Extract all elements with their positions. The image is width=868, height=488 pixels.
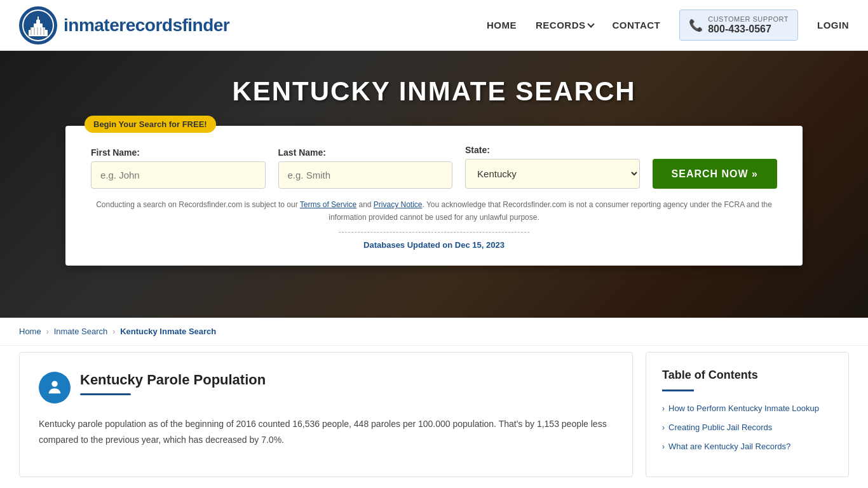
toc-item-label-1: Creating Public Jail Records bbox=[668, 422, 772, 433]
state-select[interactable]: Kentucky Alabama Alaska Arizona Arkansas… bbox=[465, 159, 640, 189]
article-icon bbox=[39, 372, 71, 403]
search-form-row: First Name: Last Name: State: Kentucky A… bbox=[91, 145, 777, 189]
first-name-label: First Name: bbox=[91, 147, 266, 158]
svg-rect-7 bbox=[34, 27, 35, 35]
hero-title: KENTUCKY INMATE SEARCH bbox=[232, 76, 635, 107]
logo-area: inmaterecordsfinder bbox=[19, 6, 229, 44]
toc-divider bbox=[662, 390, 694, 391]
svg-rect-5 bbox=[37, 17, 39, 20]
search-box: Begin Your Search for FREE! First Name: … bbox=[65, 126, 803, 266]
header: inmaterecordsfinder HOME RECORDS CONTACT… bbox=[0, 0, 868, 51]
logo-text: inmaterecordsfinder bbox=[64, 15, 229, 36]
records-chevron-icon bbox=[587, 20, 594, 27]
breadcrumb-inmate-search[interactable]: Inmate Search bbox=[54, 327, 108, 336]
divider bbox=[339, 232, 529, 233]
svg-rect-4 bbox=[36, 20, 40, 25]
free-search-badge: Begin Your Search for FREE! bbox=[85, 116, 216, 133]
support-info: CUSTOMER SUPPORT 800-433-0567 bbox=[708, 15, 789, 35]
toc-item-label-0: How to Perform Kentucky Inmate Lookup bbox=[668, 403, 819, 414]
db-updated-date: Dec 15, 2023 bbox=[455, 240, 505, 250]
nav-records[interactable]: RECORDS bbox=[536, 20, 593, 30]
title-underline bbox=[80, 393, 131, 395]
search-now-button[interactable]: SEARCH NOW » bbox=[653, 159, 777, 189]
toc-item-0[interactable]: › How to Perform Kentucky Inmate Lookup bbox=[662, 403, 832, 414]
support-number: 800-433-0567 bbox=[708, 24, 789, 35]
toc-title: Table of Contents bbox=[662, 369, 832, 382]
nav-login[interactable]: LOGIN bbox=[817, 20, 849, 30]
disclaimer-text: Conducting a search on Recordsfinder.com… bbox=[91, 198, 777, 224]
logo-bold: finder bbox=[182, 15, 229, 35]
last-name-input[interactable] bbox=[278, 161, 453, 189]
db-updated: Databases Updated on Dec 15, 2023 bbox=[91, 240, 777, 250]
toc-item-1[interactable]: › Creating Public Jail Records bbox=[662, 422, 832, 433]
last-name-label: Last Name: bbox=[278, 147, 453, 158]
main-nav: HOME RECORDS CONTACT 📞 CUSTOMER SUPPORT … bbox=[487, 10, 849, 41]
hero-section: KENTUCKY INMATE SEARCH Begin Your Search… bbox=[0, 51, 868, 318]
breadcrumb-home[interactable]: Home bbox=[19, 327, 41, 336]
article-title-block: Kentucky Parole Population bbox=[80, 372, 613, 395]
logo-icon bbox=[19, 6, 57, 44]
main-content: Kentucky Parole Population Kentucky paro… bbox=[19, 352, 633, 477]
toc-item-2[interactable]: › What are Kentucky Jail Records? bbox=[662, 441, 832, 452]
phone-icon: 📞 bbox=[689, 18, 703, 32]
privacy-link[interactable]: Privacy Notice bbox=[374, 200, 423, 209]
breadcrumb-current: Kentucky Inmate Search bbox=[120, 327, 216, 336]
state-label: State: bbox=[465, 145, 640, 155]
content-area: Kentucky Parole Population Kentucky paro… bbox=[0, 352, 868, 477]
db-updated-label: Databases Updated on bbox=[363, 240, 452, 250]
toc-item-label-2: What are Kentucky Jail Records? bbox=[668, 441, 790, 452]
nav-home[interactable]: HOME bbox=[487, 20, 517, 30]
sidebar: Table of Contents › How to Perform Kentu… bbox=[646, 352, 849, 477]
article-body: Kentucky parole population as of the beg… bbox=[39, 416, 613, 448]
support-label: CUSTOMER SUPPORT bbox=[708, 15, 789, 24]
svg-rect-10 bbox=[43, 27, 44, 35]
customer-support: 📞 CUSTOMER SUPPORT 800-433-0567 bbox=[679, 10, 798, 41]
svg-rect-8 bbox=[37, 27, 38, 35]
person-icon bbox=[46, 379, 64, 396]
breadcrumb-sep-1: › bbox=[46, 327, 49, 336]
tos-link[interactable]: Terms of Service bbox=[300, 200, 356, 209]
first-name-group: First Name: bbox=[91, 147, 266, 189]
svg-rect-9 bbox=[40, 27, 41, 35]
article-title: Kentucky Parole Population bbox=[80, 372, 613, 388]
breadcrumb: Home › Inmate Search › Kentucky Inmate S… bbox=[0, 318, 868, 346]
toc-chevron-icon-0: › bbox=[662, 403, 665, 414]
toc-list: › How to Perform Kentucky Inmate Lookup … bbox=[662, 403, 832, 453]
nav-records-label: RECORDS bbox=[536, 20, 586, 30]
first-name-input[interactable] bbox=[91, 161, 266, 189]
toc-chevron-icon-2: › bbox=[662, 442, 665, 452]
last-name-group: Last Name: bbox=[278, 147, 453, 189]
breadcrumb-sep-2: › bbox=[112, 327, 115, 336]
logo-plain: inmaterecords bbox=[64, 15, 182, 35]
nav-contact[interactable]: CONTACT bbox=[613, 20, 661, 30]
state-group: State: Kentucky Alabama Alaska Arizona A… bbox=[465, 145, 640, 189]
svg-point-11 bbox=[51, 381, 57, 387]
article-header: Kentucky Parole Population bbox=[39, 372, 613, 403]
toc-chevron-icon-1: › bbox=[662, 423, 665, 433]
svg-rect-6 bbox=[31, 27, 32, 35]
